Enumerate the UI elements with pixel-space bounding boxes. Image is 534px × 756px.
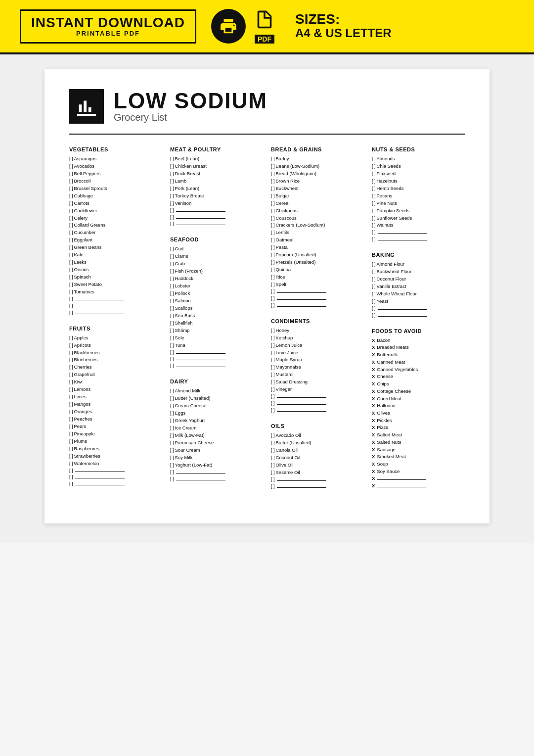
avoid-blank: X — [372, 475, 465, 482]
blank-line: [ ] — [271, 288, 364, 295]
foods-to-avoid-section: FOODS TO AVOID X Bacon X Breaded Meats X… — [372, 328, 465, 490]
blank-line: [ ] — [69, 296, 162, 303]
list-item: [ ] Milk (Low-Fat) — [170, 432, 263, 439]
blank-line: [ ] — [170, 207, 263, 214]
list-item: [ ] Venison — [170, 200, 263, 207]
list-item: [ ] Blackberries — [69, 349, 162, 357]
list-item: [ ] Cabbage — [69, 192, 162, 200]
oils-section: OILS [ ] Avocado Oil [ ] Butter (Unsalte… — [271, 423, 364, 490]
list-item: [ ] Cucumber — [69, 229, 162, 236]
list-item: [ ] Pineapple — [69, 430, 162, 438]
list-item: [ ] Avocados — [69, 163, 162, 170]
list-item: [ ] Almond Milk — [170, 387, 263, 395]
list-item: [ ] Onions — [69, 266, 162, 274]
list-item: [ ] Quinoa — [271, 266, 364, 274]
list-item: [ ] Raspberries — [69, 445, 162, 453]
seafood-section: SEAFOOD [ ] Cod [ ] Clams [ ] Crab [ ] F… — [170, 236, 263, 370]
doc-header: LOW SODIUM Grocery List — [69, 89, 465, 124]
blank-line: [ ] — [69, 303, 162, 310]
instant-download-text: INSTANT DOWNLOAD — [31, 16, 185, 30]
avoid-item: X Cottage Cheese — [372, 388, 465, 395]
blank-line: [ ] — [271, 407, 364, 414]
document: LOW SODIUM Grocery List VEGETABLES [ ] A… — [44, 69, 490, 523]
blank-line: [ ] — [271, 400, 364, 407]
oils-title: OILS — [271, 423, 364, 429]
list-item: [ ] Broccoli — [69, 178, 162, 185]
list-item: [ ] Strawberries — [69, 453, 162, 460]
col-2: MEAT & POULTRY [ ] Beef (Lean) [ ] Chick… — [170, 146, 263, 492]
list-item: [ ] Cod — [170, 245, 263, 253]
list-item: [ ] Avocado Oil — [271, 432, 364, 439]
list-item: [ ] Salad Dressing — [271, 378, 364, 386]
list-item: [ ] Oranges — [69, 408, 162, 416]
list-item: [ ] Lentils — [271, 229, 364, 236]
list-item: [ ] Pasta — [271, 244, 364, 251]
list-item: [ ] Fish (Frozen) — [170, 268, 263, 275]
list-item: [ ] Limes — [69, 393, 162, 401]
list-item: [ ] Beef (Lean) — [170, 155, 263, 163]
list-item: [ ] Cherries — [69, 364, 162, 371]
blank-line: [ ] — [170, 469, 263, 476]
bread-grains-section: BREAD & GRAINS [ ] Barley [ ] Beans (Low… — [271, 146, 364, 309]
list-item: [ ] Duck Breast — [170, 170, 263, 178]
avoid-item: X Soup — [372, 461, 465, 468]
list-item: [ ] Cauliflower — [69, 207, 162, 215]
list-item: [ ] Bell Peppers — [69, 170, 162, 178]
blank-line: [ ] — [372, 312, 465, 319]
avoid-item: X Pizza — [372, 424, 465, 431]
list-item: [ ] Pretzels (Unsalted) — [271, 259, 364, 266]
blank-line: [ ] — [170, 214, 263, 221]
col-1: VEGETABLES [ ] Asparagus [ ] Avocados [ … — [69, 146, 162, 497]
seafood-title: SEAFOOD — [170, 236, 263, 242]
list-item: [ ] Brown Rice — [271, 178, 364, 185]
instant-download-box: INSTANT DOWNLOAD PRINTABLE PDF — [20, 9, 196, 44]
sizes-title: SIZES: — [295, 12, 392, 26]
page-wrapper: LOW SODIUM Grocery List VEGETABLES [ ] A… — [0, 54, 534, 543]
list-item: [ ] Shellfish — [170, 320, 263, 327]
list-item: [ ] Soy Milk — [170, 454, 263, 462]
list-item: [ ] Pine Nuts — [372, 200, 465, 207]
printable-pdf-text: PRINTABLE PDF — [31, 30, 185, 37]
list-item: [ ] Kale — [69, 251, 162, 259]
list-item: [ ] Couscous — [271, 215, 364, 222]
list-item: [ ] Yeast — [372, 298, 465, 305]
list-item: [ ] Coconut Flour — [372, 276, 465, 283]
fruits-section: FRUITS [ ] Apples [ ] Apricots [ ] Black… — [69, 326, 162, 488]
baking-section: BAKING [ ] Almond Flour [ ] Buckwheat Fl… — [372, 252, 465, 319]
list-item: [ ] Lemon Juice — [271, 342, 364, 349]
nuts-seeds-title: NUTS & SEEDS — [372, 146, 465, 152]
blank-line: [ ] — [170, 349, 263, 356]
vegetables-title: VEGETABLES — [69, 146, 162, 152]
doc-main-title: LOW SODIUM — [114, 90, 267, 112]
avoid-item: X Cheese — [372, 373, 465, 380]
list-item: [ ] Watermelon — [69, 460, 162, 468]
list-item: [ ] Crab — [170, 260, 263, 268]
list-item: [ ] Beans (Low-Sodium) — [271, 163, 364, 170]
list-item: [ ] Haddock — [170, 275, 263, 283]
doc-logo — [69, 89, 104, 124]
list-item: [ ] Eggplant — [69, 236, 162, 244]
list-item: [ ] Vinegar — [271, 386, 364, 393]
list-item: [ ] Leeks — [69, 259, 162, 266]
list-item: [ ] Popcorn (Unsalted) — [271, 251, 364, 259]
list-item: [ ] Hemp Seeds — [372, 185, 465, 192]
col-4: NUTS & SEEDS [ ] Almonds [ ] Chia Seeds … — [372, 146, 465, 499]
list-item: [ ] Whole Wheat Flour — [372, 290, 465, 298]
list-item: [ ] Collard Greens — [69, 222, 162, 229]
sizes-sub: A4 & US LETTER — [295, 26, 392, 41]
avoid-item: X Canned Vegetables — [372, 366, 465, 374]
list-item: [ ] Almond Flour — [372, 261, 465, 268]
avoid-item: X Soy Sauce — [372, 468, 465, 475]
pdf-label: PDF — [255, 35, 274, 44]
printer-icon — [211, 9, 246, 44]
condiments-section: CONDIMENTS [ ] Honey [ ] Ketchup [ ] Lem… — [271, 318, 364, 414]
list-item: [ ] Lemons — [69, 386, 162, 393]
columns-grid: VEGETABLES [ ] Asparagus [ ] Avocados [ … — [69, 146, 465, 499]
blank-line: [ ] — [69, 481, 162, 488]
blank-line: [ ] — [170, 476, 263, 483]
list-item: [ ] Pears — [69, 423, 162, 430]
meat-poultry-section: MEAT & POULTRY [ ] Beef (Lean) [ ] Chick… — [170, 146, 263, 228]
list-item: [ ] Sesame Oil — [271, 469, 364, 476]
list-item: [ ] Pumpkin Seeds — [372, 207, 465, 215]
avoid-item: X Smoked Meat — [372, 453, 465, 461]
